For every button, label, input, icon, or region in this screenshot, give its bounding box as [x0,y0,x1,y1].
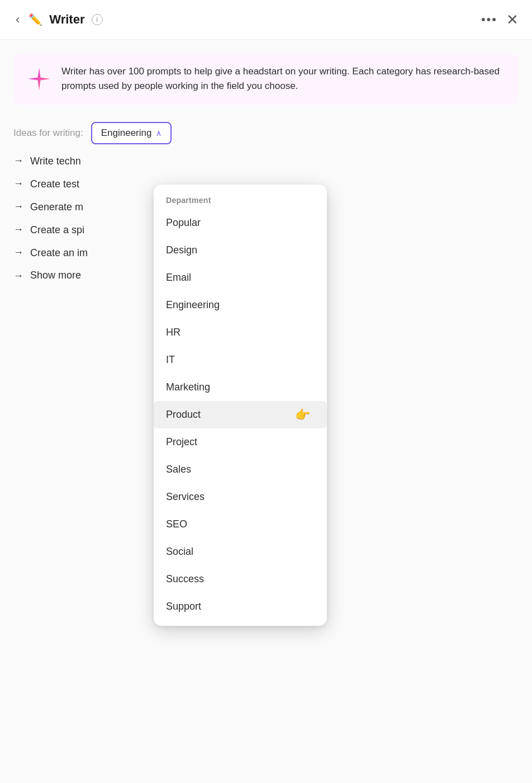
dropdown-item-success[interactable]: Success [154,565,327,593]
close-button[interactable]: ✕ [506,12,519,27]
more-icon: ••• [481,12,497,26]
dropdown-item-popular[interactable]: Popular [154,209,327,237]
dropdown-item-label: Project [166,436,197,448]
dropdown-item-seo[interactable]: SEO [154,511,327,538]
header-left: ‹ ✏️ Writer i [13,10,103,29]
more-button[interactable]: ••• [481,12,497,27]
cursor-pointer-icon: 👉 [295,408,310,422]
dropdown-item-sales[interactable]: Sales [154,456,327,483]
arrow-icon: → [13,270,23,282]
dropdown-item-label: Email [166,272,191,284]
dropdown-value: Engineering [101,128,152,139]
info-banner: Writer has over 100 prompts to help give… [13,53,519,105]
idea-text-2: Create test [30,177,79,191]
dropdown-item-email[interactable]: Email [154,264,327,291]
dropdown-item-label: Popular [166,217,201,229]
banner-text: Writer has over 100 prompts to help give… [61,64,506,94]
idea-text-4: Create a spi [30,223,84,237]
dropdown-item-social[interactable]: Social [154,538,327,565]
dropdown-item-label: IT [166,354,175,366]
dropdown-item-product[interactable]: Product 👉 [154,401,327,428]
dropdown-item-label: Social [166,546,193,558]
idea-text-3: Generate m [30,200,83,214]
dropdown-item-label: Support [166,601,201,612]
ideas-label: Ideas for writing: [13,128,83,139]
header: ‹ ✏️ Writer i ••• ✕ [0,0,532,40]
category-dropdown[interactable]: Engineering ∧ [91,122,172,144]
idea-text-5: Create an im [30,246,88,260]
dropdown-item-label: Sales [166,464,191,475]
category-dropdown-menu: Department Popular Design Email Engineer… [154,185,327,626]
dropdown-item-label: Services [166,491,205,503]
arrow-icon: → [13,178,23,190]
pencil-icon: ✏️ [28,13,42,26]
dropdown-item-support[interactable]: Support [154,593,327,620]
page-title: Writer [49,12,84,27]
dropdown-item-marketing[interactable]: Marketing [154,374,327,401]
dropdown-item-services[interactable]: Services [154,483,327,511]
dropdown-section-label: Department [154,190,327,209]
close-icon: ✕ [506,11,519,28]
dropdown-item-label: Engineering [166,299,220,311]
arrow-icon: → [13,155,23,167]
back-icon: ‹ [16,12,20,27]
dropdown-item-it[interactable]: IT [154,346,327,374]
dropdown-item-label: Marketing [166,381,210,393]
dropdown-item-label: HR [166,327,180,338]
dropdown-item-label: SEO [166,518,187,530]
chevron-up-icon: ∧ [156,129,162,138]
header-right: ••• ✕ [481,12,519,27]
sparkle-icon [26,65,53,92]
app-container: ‹ ✏️ Writer i ••• ✕ [0,0,532,783]
show-more-label: Show more [30,270,81,281]
arrow-icon: → [13,247,23,258]
info-icon[interactable]: i [92,14,103,25]
dropdown-item-design[interactable]: Design [154,237,327,264]
dropdown-item-label: Product [166,409,201,421]
dropdown-item-label: Design [166,244,197,256]
dropdown-item-hr[interactable]: HR [154,319,327,346]
info-icon-label: i [96,16,98,23]
arrow-icon: → [13,224,23,235]
ideas-label-row: Ideas for writing: Engineering ∧ [13,122,519,144]
back-button[interactable]: ‹ [13,10,22,29]
list-item: → Write techn [13,154,519,168]
dropdown-item-label: Success [166,573,204,585]
arrow-icon: → [13,201,23,213]
dropdown-item-project[interactable]: Project [154,428,327,456]
dropdown-item-engineering[interactable]: Engineering [154,291,327,319]
idea-text-1: Write techn [30,154,81,168]
